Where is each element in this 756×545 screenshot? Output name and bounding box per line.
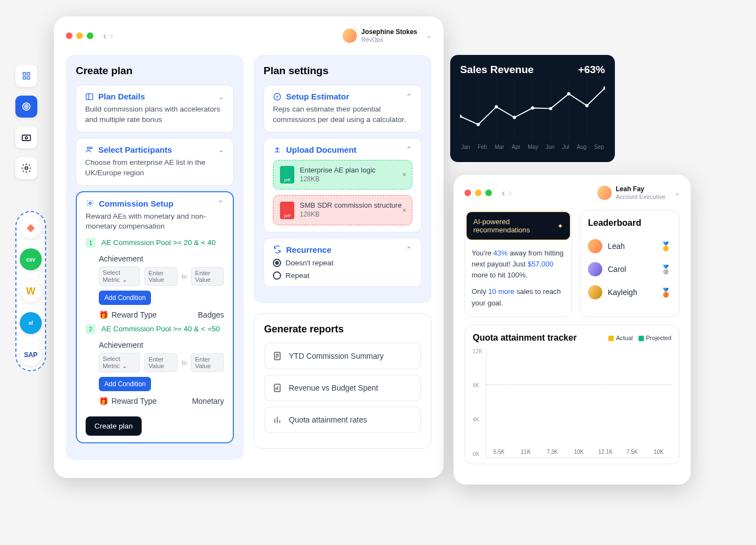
chevron-down-icon[interactable]: ⌄ (218, 145, 225, 154)
y-axis: 12K8K4K0K (473, 348, 483, 458)
user-name: Leah Fay (616, 186, 666, 193)
leaderboard-row[interactable]: Carol🥈 (588, 258, 671, 281)
widget-title: Sales Revenue (460, 64, 534, 76)
svg-point-36 (477, 123, 480, 126)
medal-gold-icon: 🥇 (660, 241, 671, 252)
integration-workday[interactable]: W (20, 280, 42, 302)
select-metric[interactable]: Select Metric ⌄ (99, 266, 140, 286)
user-role: Account Executive (616, 193, 666, 201)
tier-name: AE Commission Pool >= 20 & < 40 (101, 238, 215, 247)
chevron-up-icon[interactable]: ⌃ (217, 199, 224, 208)
card-title-text: Recurrence (286, 245, 332, 254)
avatar (343, 29, 357, 43)
integration-hubspot[interactable]: ◆ (20, 216, 42, 238)
sales-revenue-widget: Sales Revenue +63% JanFebMarAprMayJunJul… (450, 55, 615, 162)
file-name: SMB SDR commission structure (300, 201, 402, 210)
rail-payments[interactable] (15, 126, 37, 148)
svg-rect-0 (23, 73, 26, 75)
svg-point-8 (25, 137, 27, 139)
integrations-dock: ◆ csv W sf SAP (15, 211, 46, 371)
bar-chart-icon (272, 415, 282, 425)
remove-file-icon[interactable]: × (402, 171, 406, 179)
svg-rect-7 (23, 135, 31, 141)
quota-legend: Actual Projected (608, 335, 671, 341)
file-size: 128KB (300, 210, 402, 219)
reports-title: Generate reports (264, 324, 421, 335)
add-condition-button[interactable]: Add Condition (99, 377, 151, 391)
chevron-down-icon: ⌄ (674, 189, 680, 197)
participants-card[interactable]: Select Participants ⌄ Choose from enterp… (76, 138, 234, 186)
svg-point-39 (531, 107, 534, 110)
user-role: RevOps (361, 36, 417, 43)
secondary-window: ‹› Leah Fay Account Executive ⌄ AI-power… (453, 175, 691, 485)
report-ytd[interactable]: YTD Commission Summary (264, 343, 421, 369)
upload-file-ok[interactable]: pdf Enterprise AE plan logic128KB × (273, 160, 412, 190)
radio-repeat[interactable]: Repeat (273, 271, 412, 280)
leaderboard-title: Leaderboard (588, 218, 671, 228)
chevron-up-icon[interactable]: ⌃ (406, 92, 412, 101)
integration-csv[interactable]: csv (20, 248, 42, 270)
create-plan-panel: Create plan Plan Details ⌄ Build commiss… (66, 55, 244, 460)
tier-index: 2 (86, 324, 96, 334)
file-bar-icon (272, 383, 282, 393)
sparkle-icon: ✦ (557, 222, 563, 230)
repeat-icon (273, 245, 282, 254)
svg-rect-1 (27, 73, 30, 75)
upload-file-error[interactable]: pdf SMB SDR commission structure128KB × (273, 195, 412, 225)
chevron-up-icon[interactable]: ⌃ (406, 245, 412, 254)
main-window: ‹ › Josephine Stokes RevOps ⌄ Create pla… (54, 16, 444, 478)
rail-goals[interactable] (15, 96, 37, 118)
user-chip[interactable]: Josephine Stokes RevOps ⌄ (343, 29, 432, 43)
report-revenue-budget[interactable]: Revenue vs Budget Spent (264, 375, 421, 401)
nav-back[interactable]: ‹ (103, 30, 107, 42)
layout-icon (85, 92, 94, 101)
leaderboard-row[interactable]: Kayleigh🥉 (588, 281, 671, 304)
svg-point-37 (495, 105, 498, 108)
chevron-up-icon[interactable]: ⌃ (406, 145, 412, 154)
card-title-text: Plan Details (98, 92, 145, 101)
to-label: to (182, 273, 187, 280)
svg-point-14 (89, 202, 91, 204)
commission-tier: 2 AE Commission Pool >= 40 & < =50 Achie… (86, 324, 224, 410)
select-metric[interactable]: Select Metric ⌄ (99, 353, 140, 372)
user-chip[interactable]: Leah Fay Account Executive ⌄ (597, 186, 680, 200)
radio-doesnt-repeat[interactable]: Doesn't repeat (273, 259, 412, 267)
window-controls[interactable] (464, 190, 492, 196)
upload-card: Upload Document ⌃ pdf Enterprise AE plan… (264, 138, 422, 232)
revenue-line-chart (460, 81, 605, 142)
calculator-icon (273, 92, 282, 101)
integration-sap[interactable]: SAP (20, 344, 42, 366)
avatar (588, 285, 602, 299)
chevron-down-icon[interactable]: ⌄ (218, 92, 225, 101)
nav-back[interactable]: ‹ (502, 187, 505, 199)
rail-dashboard[interactable] (15, 65, 37, 87)
card-title-text: Upload Document (286, 145, 356, 154)
integration-salesforce[interactable]: sf (20, 312, 42, 334)
add-condition-button[interactable]: Add Condition (99, 291, 151, 305)
create-plan-button[interactable]: Create plan (86, 416, 142, 436)
leaderboard-row[interactable]: Leah🥇 (588, 235, 671, 258)
card-desc: Choose from enterprise AE list in the UK… (85, 158, 225, 179)
gift-icon: 🎁 (99, 397, 108, 405)
remove-file-icon[interactable]: × (402, 207, 406, 214)
window-controls[interactable] (66, 32, 93, 39)
report-quota[interactable]: Quota attainment rates (264, 407, 421, 433)
rail-settings[interactable] (15, 157, 37, 179)
tier-index: 1 (86, 238, 96, 248)
nav-forward[interactable]: › (110, 30, 113, 42)
svg-rect-2 (23, 76, 26, 79)
plan-settings-panel: Plan settings Setup Estimator ⌃ Reps can… (254, 55, 432, 303)
plan-details-card[interactable]: Plan Details ⌄ Build commission plans wi… (76, 85, 234, 132)
nav-forward[interactable]: › (508, 187, 512, 199)
card-title-text: Setup Estimator (286, 92, 349, 101)
reward-label: Reward Type (111, 397, 156, 405)
avatar (588, 262, 602, 276)
svg-point-38 (513, 116, 516, 119)
enter-value-from[interactable]: Enter Value (144, 353, 177, 372)
enter-value-to[interactable]: Enter Value (191, 353, 224, 372)
estimator-card[interactable]: Setup Estimator ⌃ Reps can estimate thei… (264, 85, 422, 132)
user-name: Josephine Stokes (361, 29, 417, 36)
enter-value-from[interactable]: Enter Value (144, 267, 177, 286)
enter-value-to[interactable]: Enter Value (191, 267, 224, 286)
card-title-text: Select Participants (98, 145, 172, 154)
